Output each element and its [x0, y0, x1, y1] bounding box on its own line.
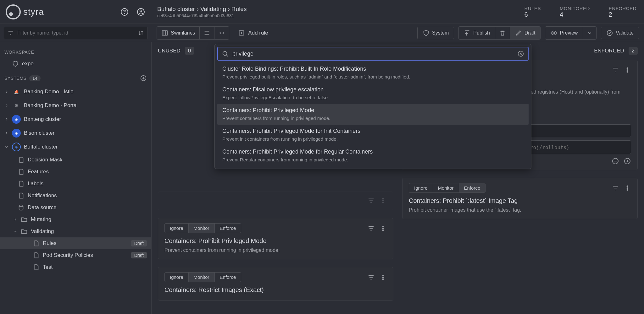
- enforce-button[interactable]: Enforce: [459, 183, 486, 192]
- more-icon[interactable]: [379, 197, 387, 204]
- ignore-button[interactable]: Ignore: [409, 183, 433, 192]
- delete-button[interactable]: [495, 27, 510, 39]
- chevron-right-icon: [4, 117, 9, 122]
- monitor-button[interactable]: Monitor: [188, 273, 214, 282]
- svg-point-27: [223, 51, 227, 56]
- workspace-item[interactable]: expo: [0, 58, 151, 70]
- sidebar-item-data-source[interactable]: Data source: [0, 202, 151, 214]
- card-title: Containers: Restrict Images (Exact): [164, 286, 387, 294]
- svg-point-21: [627, 71, 628, 72]
- add-system-icon[interactable]: [140, 75, 147, 82]
- svg-point-15: [383, 230, 384, 230]
- file-icon: [33, 240, 40, 247]
- ignore-button[interactable]: Ignore: [165, 224, 188, 233]
- sidebar-item-banking-istio[interactable]: ⛵ Banking Demo - Istio: [0, 85, 151, 99]
- brand-name: styra: [23, 7, 44, 17]
- draft-button[interactable]: Draft: [510, 27, 541, 39]
- sidebar-item-banking-portal[interactable]: ⚙ Banking Demo - Portal: [0, 99, 151, 112]
- search-result[interactable]: Containers: Prohibit Privileged Mode for…: [217, 145, 529, 166]
- svg-point-13: [383, 226, 384, 227]
- rule-search-input[interactable]: [232, 51, 514, 57]
- breadcrumb-path[interactable]: Buffalo cluster › Validating › Rules: [157, 6, 247, 13]
- sidebar-item-validating[interactable]: Validating: [0, 225, 151, 237]
- publish-button[interactable]: Publish: [459, 27, 495, 39]
- svg-point-7: [607, 30, 613, 35]
- swimlanes-icon: [161, 30, 168, 36]
- preview-dropdown[interactable]: [583, 27, 596, 39]
- svg-rect-4: [162, 30, 168, 35]
- folder-icon: [21, 228, 28, 235]
- code-icon: [218, 30, 225, 36]
- sidebar-item-notifications[interactable]: Notifications: [0, 190, 151, 202]
- sidebar-filter[interactable]: [4, 27, 148, 39]
- sidebar-item-banteng[interactable]: ⎈ Banteng cluster: [0, 112, 151, 126]
- ignore-button[interactable]: Ignore: [165, 273, 188, 282]
- preview-button[interactable]: Preview: [545, 27, 583, 39]
- help-icon[interactable]: [119, 7, 130, 17]
- publish-icon: [464, 30, 471, 36]
- enforce-button[interactable]: Enforce: [214, 224, 241, 233]
- system-badge[interactable]: System: [417, 27, 454, 39]
- search-result[interactable]: Cluster Role Bindings: Prohibit Built-In…: [217, 62, 529, 83]
- search-result[interactable]: Containers: Prohibit Privileged Mode Pre…: [217, 104, 529, 125]
- shield-icon: [423, 30, 430, 36]
- sidebar-item-psp[interactable]: Pod Security Policies Draft: [0, 249, 151, 261]
- swimlanes-button[interactable]: Swimlanes: [157, 27, 199, 39]
- sort-icon[interactable]: [137, 30, 144, 36]
- search-icon: [222, 50, 229, 57]
- svg-point-17: [383, 277, 384, 278]
- chevron-right-icon: [4, 103, 9, 108]
- sidebar-item-features[interactable]: Features: [0, 166, 151, 178]
- validate-button[interactable]: Validate: [601, 27, 639, 39]
- breadcrumb-id: ce63e4db50644e7f9a4b49b0b0d3a631: [157, 13, 247, 18]
- code-view-button[interactable]: [214, 27, 229, 39]
- svg-point-9: [19, 205, 23, 207]
- k8s-icon: ⎈: [12, 143, 21, 151]
- sidebar-item-decision-mask[interactable]: Decision Mask: [0, 154, 151, 166]
- sidebar-filter-input[interactable]: [17, 30, 134, 36]
- filter-icon[interactable]: [612, 184, 619, 192]
- more-icon[interactable]: [379, 225, 387, 232]
- more-icon[interactable]: [624, 66, 631, 74]
- file-icon: [33, 252, 40, 259]
- add-rule-button[interactable]: Add rule: [234, 27, 272, 39]
- shield-icon: [12, 60, 19, 67]
- sidebar-item-bison[interactable]: ⎈ Bison cluster: [0, 126, 151, 140]
- filter-icon: [7, 30, 14, 36]
- file-icon: [33, 264, 40, 271]
- clear-icon[interactable]: [517, 50, 524, 57]
- rule-card-restrict-images-2: Ignore Monitor Enforce Containers: Restr…: [158, 267, 393, 301]
- brand-logo[interactable]: styra: [6, 4, 44, 19]
- filter-icon[interactable]: [367, 197, 375, 204]
- sidebar-item-rules[interactable]: Rules Draft: [0, 237, 151, 249]
- search-result[interactable]: Containers: Disallow privilege escalatio…: [217, 83, 529, 104]
- k8s-icon: ⎈: [12, 129, 21, 138]
- add-row-icon[interactable]: [624, 157, 631, 165]
- sidebar-item-buffalo[interactable]: ⎈ Buffalo cluster: [0, 140, 151, 154]
- file-icon: [18, 156, 25, 163]
- rule-search-dropdown: Cluster Role Bindings: Prohibit Built-In…: [214, 44, 531, 169]
- chevron-down-icon: [586, 30, 593, 36]
- sidebar-item-labels[interactable]: Labels: [0, 178, 151, 190]
- portal-icon: ⚙: [12, 101, 21, 110]
- rule-search[interactable]: [217, 47, 529, 61]
- enforce-button[interactable]: Enforce: [214, 273, 241, 282]
- file-icon: [18, 168, 25, 175]
- filter-icon[interactable]: [612, 66, 619, 74]
- sidebar-item-test[interactable]: Test: [0, 261, 151, 273]
- svg-point-25: [627, 187, 628, 188]
- rule-card: [158, 192, 393, 210]
- monitor-button[interactable]: Monitor: [188, 224, 214, 233]
- card-title: Containers: Prohibit `:latest` Image Tag: [409, 197, 631, 204]
- filter-icon[interactable]: [367, 225, 375, 232]
- svg-point-12: [383, 202, 384, 203]
- remove-row-icon[interactable]: [612, 157, 619, 165]
- more-icon[interactable]: [624, 184, 631, 192]
- more-icon[interactable]: [379, 273, 387, 281]
- sidebar-item-mutating[interactable]: Mutating: [0, 214, 151, 225]
- filter-icon[interactable]: [367, 273, 375, 281]
- monitor-button[interactable]: Monitor: [433, 183, 459, 192]
- search-result[interactable]: Containers: Prohibit Privileged Mode for…: [217, 125, 529, 145]
- list-view-button[interactable]: [199, 27, 214, 39]
- account-icon[interactable]: [136, 7, 146, 17]
